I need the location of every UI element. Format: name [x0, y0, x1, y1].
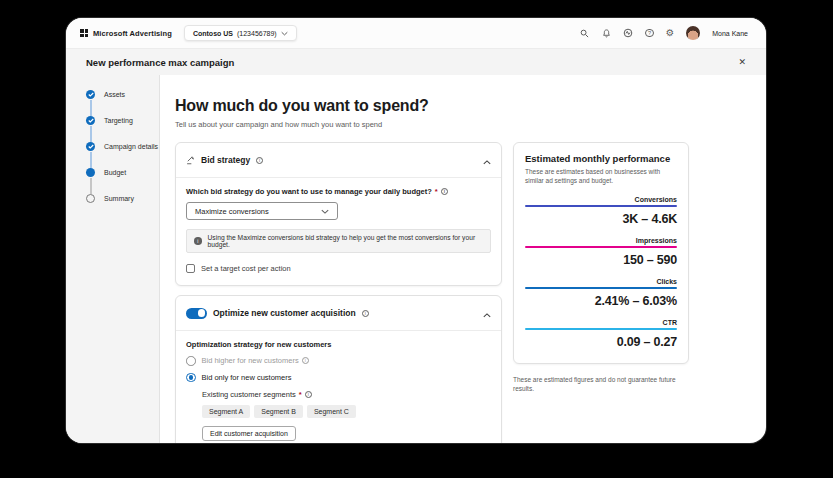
user-name[interactable]: Mona Kane	[712, 30, 748, 37]
step-current-icon	[86, 168, 95, 177]
metric-underline	[525, 205, 677, 207]
optimization-strategy-label: Optimization strategy for new customers	[186, 340, 491, 349]
top-bar: Microsoft Advertising Contoso US (123456…	[66, 18, 766, 48]
page-header: New performance max campaign ✕	[66, 48, 766, 75]
bid-strategy-info-banner: i Using the Maximize conversions bid str…	[186, 229, 491, 253]
bid-strategy-question: Which bid strategy do you want to use to…	[186, 187, 491, 196]
search-icon[interactable]	[579, 28, 589, 38]
chevron-down-icon	[321, 209, 329, 214]
bid-strategy-dropdown[interactable]: Maximize conversions	[186, 202, 338, 220]
required-asterisk: *	[299, 390, 302, 399]
segment-pill: Segment B	[254, 405, 303, 418]
account-name: Contoso US	[193, 30, 233, 37]
step-todo-icon	[86, 194, 95, 203]
collapse-chevron-up-icon[interactable]	[483, 304, 491, 322]
info-icon[interactable]: i	[256, 157, 263, 164]
notifications-bell-icon[interactable]	[601, 28, 611, 38]
estimates-title: Estimated monthly performance	[525, 153, 677, 164]
page-title: New performance max campaign	[86, 57, 234, 68]
step-summary[interactable]: Summary	[86, 193, 159, 219]
info-filled-icon: i	[194, 237, 202, 245]
info-icon[interactable]: i	[441, 188, 448, 195]
radio-unselected[interactable]	[186, 356, 196, 366]
checkbox-unchecked[interactable]	[186, 264, 195, 273]
required-asterisk: *	[435, 187, 438, 196]
metric-impressions: Impressions 150 – 590	[525, 237, 677, 267]
step-navigation: Assets Targeting Campaign details Budget	[66, 75, 160, 443]
card-title: Bid strategy	[201, 155, 250, 165]
diagnostics-icon[interactable]	[623, 28, 633, 38]
segment-pills: Segment A Segment B Segment C	[202, 405, 491, 418]
brand-name: Microsoft Advertising	[93, 29, 172, 38]
metric-underline	[525, 246, 677, 248]
app-window: Microsoft Advertising Contoso US (123456…	[66, 18, 766, 443]
card-title: Optimize new customer acquisition	[213, 308, 356, 318]
user-avatar[interactable]	[686, 26, 700, 40]
collapse-chevron-up-icon[interactable]	[483, 151, 491, 169]
step-assets[interactable]: Assets	[86, 89, 159, 115]
help-icon[interactable]: ?	[645, 29, 654, 38]
existing-segments-label: Existing customer segments * i	[202, 390, 491, 399]
customer-acquisition-card: Optimize new customer acquisition i Opti…	[175, 295, 502, 443]
step-campaign-details[interactable]: Campaign details	[86, 141, 159, 167]
brand: Microsoft Advertising	[80, 29, 172, 38]
estimates-footnote: These are estimated figures and do not g…	[513, 375, 689, 393]
info-icon[interactable]: i	[362, 310, 369, 317]
info-icon[interactable]: i	[305, 391, 312, 398]
target-cpa-checkbox-row[interactable]: Set a target cost per action	[186, 264, 491, 273]
settings-gear-icon[interactable]: ⚙	[666, 28, 675, 38]
main-content: How much do you want to spend? Tell us a…	[160, 75, 766, 443]
page-question-title: How much do you want to spend?	[175, 97, 748, 115]
close-icon[interactable]: ✕	[738, 57, 746, 67]
estimated-performance-panel: Estimated monthly performance These are …	[513, 142, 689, 364]
step-targeting[interactable]: Targeting	[86, 115, 159, 141]
stage: Microsoft Advertising Contoso US (123456…	[0, 0, 833, 478]
step-done-icon	[86, 116, 95, 125]
bid-strategy-card: Bid strategy i Which bid strategy do you…	[175, 142, 502, 286]
account-selector[interactable]: Contoso US (123456789)	[184, 25, 297, 41]
optimize-acquisition-toggle[interactable]	[186, 308, 207, 319]
account-id: (123456789)	[237, 30, 277, 37]
estimates-subtitle: These are estimates based on businesses …	[525, 167, 677, 185]
microsoft-logo-icon	[80, 29, 88, 37]
metric-underline	[525, 328, 677, 330]
info-icon[interactable]: i	[302, 357, 309, 364]
metric-clicks: Clicks 2.41% – 6.03%	[525, 278, 677, 308]
metric-underline	[525, 287, 677, 289]
page-question-subtitle: Tell us about your campaign and how much…	[175, 120, 748, 129]
edit-customer-acquisition-button[interactable]: Edit customer acquisition	[202, 426, 296, 441]
radio-bid-higher[interactable]: Bid higher for new customers i	[186, 356, 491, 366]
gavel-icon	[186, 156, 195, 165]
step-budget[interactable]: Budget	[86, 167, 159, 193]
segment-pill: Segment C	[307, 405, 356, 418]
radio-selected[interactable]	[186, 373, 196, 383]
chevron-down-icon	[281, 31, 288, 36]
metric-conversions: Conversions 3K – 4.6K	[525, 196, 677, 226]
radio-bid-only[interactable]: Bid only for new customers	[186, 373, 491, 383]
step-done-icon	[86, 142, 95, 151]
segment-pill: Segment A	[202, 405, 250, 418]
step-done-icon	[86, 90, 95, 99]
metric-ctr: CTR 0.09 – 0.27	[525, 319, 677, 349]
